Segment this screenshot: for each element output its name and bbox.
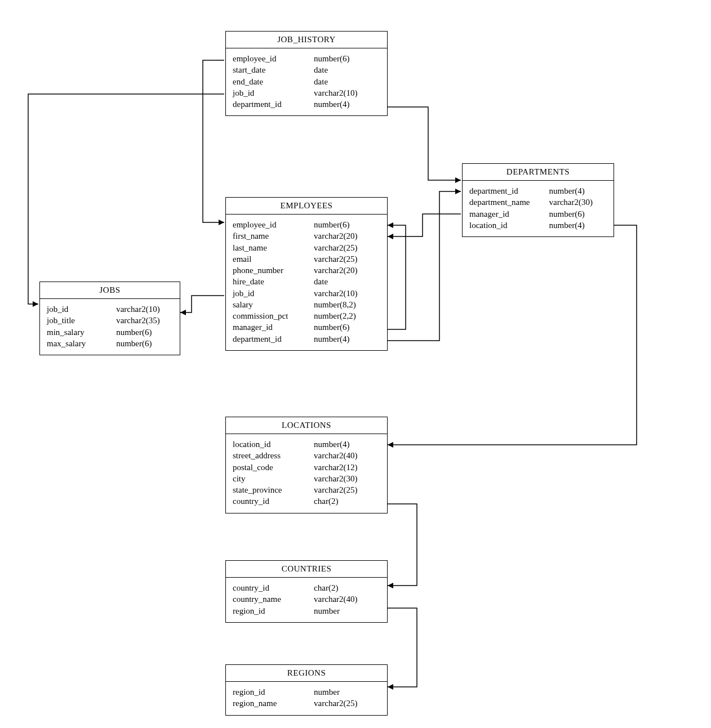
column-row: job_idvarchar2(10) xyxy=(233,87,380,99)
column-row: country_idchar(2) xyxy=(233,495,380,507)
column-row: postal_codevarchar2(12) xyxy=(233,462,380,473)
entity-employees: EMPLOYEES employee_idnumber(6) first_nam… xyxy=(225,197,388,351)
column-row: country_idchar(2) xyxy=(233,582,380,593)
column-row: commission_pctnumber(2,2) xyxy=(233,310,380,321)
column-row: region_idnumber xyxy=(233,605,380,617)
column-row: first_namevarchar2(20) xyxy=(233,230,380,242)
column-row: region_namevarchar2(25) xyxy=(233,698,380,709)
column-row: hire_datedate xyxy=(233,276,380,287)
column-row: department_namevarchar2(30) xyxy=(469,196,607,208)
column-row: salarynumber(8,2) xyxy=(233,299,380,310)
entity-job-history: JOB_HISTORY employee_idnumber(6) start_d… xyxy=(225,31,388,116)
entity-title: JOBS xyxy=(40,282,180,299)
column-row: street_addressvarchar2(40) xyxy=(233,450,380,461)
column-row: job_idvarchar2(10) xyxy=(47,303,173,315)
column-row: emailvarchar2(25) xyxy=(233,253,380,265)
entity-jobs: JOBS job_idvarchar2(10) job_titlevarchar… xyxy=(39,282,180,355)
column-row: max_salarynumber(6) xyxy=(47,338,173,349)
er-diagram: JOB_HISTORY employee_idnumber(6) start_d… xyxy=(0,0,711,728)
column-row: end_datedate xyxy=(233,76,380,87)
column-row: manager_idnumber(6) xyxy=(233,321,380,333)
column-row: country_namevarchar2(40) xyxy=(233,593,380,605)
column-row: employee_idnumber(6) xyxy=(233,219,380,230)
column-row: department_idnumber(4) xyxy=(469,185,607,196)
entity-regions: REGIONS region_idnumber region_namevarch… xyxy=(225,664,388,716)
entity-title: DEPARTMENTS xyxy=(463,164,614,181)
entity-body: employee_idnumber(6) start_datedate end_… xyxy=(226,48,387,115)
entity-title: EMPLOYEES xyxy=(226,198,387,215)
column-row: location_idnumber(4) xyxy=(233,439,380,450)
column-row: department_idnumber(4) xyxy=(233,99,380,110)
column-row: job_titlevarchar2(35) xyxy=(47,315,173,326)
column-row: last_namevarchar2(25) xyxy=(233,242,380,253)
entity-departments: DEPARTMENTS department_idnumber(4) depar… xyxy=(462,163,614,237)
column-row: state_provincevarchar2(25) xyxy=(233,484,380,495)
entity-locations: LOCATIONS location_idnumber(4) street_ad… xyxy=(225,417,388,513)
entity-countries: COUNTRIES country_idchar(2) country_name… xyxy=(225,560,388,623)
column-row: location_idnumber(4) xyxy=(469,220,607,231)
entity-body: job_idvarchar2(10) job_titlevarchar2(35)… xyxy=(40,299,180,355)
entity-title: COUNTRIES xyxy=(226,561,387,578)
column-row: employee_idnumber(6) xyxy=(233,53,380,64)
entity-body: region_idnumber region_namevarchar2(25) xyxy=(226,682,387,715)
entity-body: department_idnumber(4) department_nameva… xyxy=(463,181,614,236)
column-row: department_idnumber(4) xyxy=(233,333,380,345)
entity-body: country_idchar(2) country_namevarchar2(4… xyxy=(226,578,387,622)
entity-body: location_idnumber(4) street_addressvarch… xyxy=(226,434,387,513)
column-row: job_idvarchar2(10) xyxy=(233,288,380,299)
column-row: min_salarynumber(6) xyxy=(47,327,173,338)
column-row: start_datedate xyxy=(233,64,380,75)
column-row: phone_numbervarchar2(20) xyxy=(233,265,380,276)
entity-title: REGIONS xyxy=(226,665,387,682)
entity-title: LOCATIONS xyxy=(226,417,387,434)
entity-title: JOB_HISTORY xyxy=(226,32,387,48)
column-row: manager_idnumber(6) xyxy=(469,208,607,220)
entity-body: employee_idnumber(6) first_namevarchar2(… xyxy=(226,215,387,350)
column-row: region_idnumber xyxy=(233,686,380,698)
column-row: cityvarchar2(30) xyxy=(233,473,380,484)
